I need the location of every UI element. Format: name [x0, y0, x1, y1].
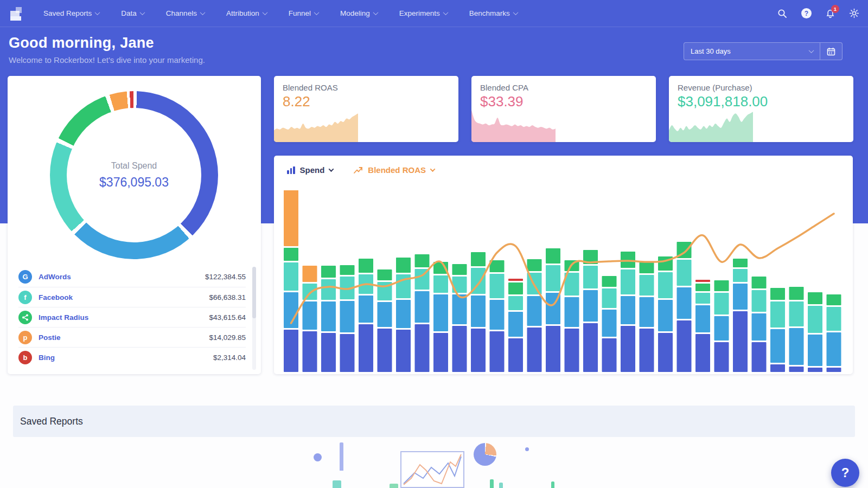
facebook-icon: f [18, 291, 32, 304]
metric-label: Blended ROAS [368, 165, 426, 175]
date-range-control: Last 30 days [684, 42, 843, 60]
total-spend-donut-chart: Total Spend $376,095.03 [50, 91, 218, 259]
chevron-down-icon [329, 166, 334, 172]
nav-item-data[interactable]: Data [121, 9, 144, 17]
nav-item-label: Attribution [226, 9, 259, 17]
kpi-sparkline [274, 108, 358, 142]
chevron-down-icon [443, 10, 448, 15]
spend-chart-card: SpendBlended ROAS [274, 156, 853, 374]
saved-reports-title: Saved Reports [13, 416, 83, 427]
channel-list-scrollbar [252, 267, 256, 370]
channel-name: Facebook [39, 293, 73, 301]
kpi-value: $33.39 [480, 93, 656, 110]
channel-name: AdWords [39, 273, 71, 281]
chevron-down-icon [513, 10, 518, 15]
bing-icon: b [18, 351, 32, 364]
impact-radius-icon [18, 311, 32, 324]
navbar: Saved ReportsDataChannelsAttributionFunn… [0, 0, 868, 27]
channel-spend-value: $2,314.04 [213, 354, 246, 362]
total-spend-label: Total Spend [111, 161, 157, 171]
kpi-value: 8.22 [283, 93, 458, 110]
channel-spend-value: $122,384.55 [205, 273, 246, 281]
rockerbox-logo[interactable] [9, 6, 24, 21]
spend-stacked-bar-chart [283, 190, 844, 372]
kpi-sparkline [471, 108, 556, 142]
notification-badge: 1 [831, 5, 839, 13]
illustration-line-chart-icon [400, 451, 464, 488]
kpi-value: $3,091,818.00 [678, 93, 853, 110]
kpi-sparkline [669, 108, 753, 142]
nav-menu: Saved ReportsDataChannelsAttributionFunn… [43, 9, 518, 17]
bar-chart-icon [287, 166, 295, 174]
page-title: Good morning, Jane [9, 35, 205, 52]
kpi-card-blended-cpa: Blended CPA$33.39 [471, 76, 656, 142]
nav-item-funnel[interactable]: Funnel [289, 9, 318, 17]
nav-item-label: Saved Reports [43, 9, 92, 17]
postie-icon: p [18, 331, 32, 344]
nav-item-saved-reports[interactable]: Saved Reports [43, 9, 99, 17]
settings-gear-icon[interactable] [849, 8, 859, 18]
nav-item-attribution[interactable]: Attribution [226, 9, 267, 17]
greeting-block: Good morning, Jane Welcome to Rockerbox!… [9, 35, 205, 65]
kpi-title: Blended CPA [480, 83, 656, 92]
chevron-down-icon [262, 10, 267, 15]
chevron-down-icon [430, 166, 436, 172]
nav-item-label: Channels [166, 9, 197, 17]
channel-row-adwords[interactable]: GAdWords$122,384.55 [18, 267, 246, 287]
metric-selector-spend[interactable]: Spend [287, 165, 333, 175]
kpi-card-blended-roas: Blended ROAS8.22 [274, 76, 458, 142]
channel-spend-value: $43,615.64 [209, 313, 246, 322]
nav-item-channels[interactable]: Channels [166, 9, 205, 17]
channel-spend-value: $14,029.85 [209, 333, 246, 342]
total-spend-card: Total Spend $376,095.03 GAdWords$122,384… [8, 76, 261, 374]
channel-row-bing[interactable]: bBing$2,314.04 [18, 347, 246, 367]
chart-metric-selectors: SpendBlended ROAS [274, 156, 853, 175]
kpi-title: Blended ROAS [283, 83, 458, 92]
channel-row-impact-radius[interactable]: Impact Radius$43,615.64 [18, 307, 246, 327]
illustration-dot-small [525, 447, 529, 451]
adwords-icon: G [18, 270, 32, 284]
channel-list: GAdWords$122,384.55fFacebook$66,638.31Im… [18, 267, 246, 367]
page-subtitle: Welcome to Rockerbox! Let's dive into yo… [9, 55, 205, 65]
nav-item-experiments[interactable]: Experiments [399, 9, 448, 17]
help-fab-label: ? [841, 465, 850, 480]
date-range-select[interactable]: Last 30 days [684, 42, 820, 60]
nav-item-label: Modeling [340, 9, 370, 17]
scrollbar-thumb[interactable] [252, 267, 256, 318]
search-icon[interactable] [777, 9, 787, 18]
illustration-pie-chart-icon [474, 443, 496, 466]
total-spend-value: $376,095.03 [99, 175, 169, 190]
chevron-down-icon [373, 10, 378, 15]
nav-item-modeling[interactable]: Modeling [340, 9, 378, 17]
trend-line-icon [354, 166, 363, 174]
help-icon[interactable]: ? [801, 8, 812, 18]
channel-name: Bing [39, 354, 55, 362]
kpi-title: Revenue (Purchase) [678, 83, 853, 92]
channel-row-facebook[interactable]: fFacebook$66,638.31 [18, 287, 246, 307]
nav-item-benchmarks[interactable]: Benchmarks [469, 9, 518, 17]
metric-label: Spend [300, 165, 325, 175]
date-range-value: Last 30 days [691, 47, 731, 55]
chevron-down-icon [200, 10, 205, 15]
metric-selector-blended-roas[interactable]: Blended ROAS [354, 165, 435, 175]
chevron-down-icon [139, 10, 145, 15]
channel-name: Postie [39, 333, 61, 342]
saved-reports-illustration [308, 434, 579, 488]
kpi-cards-row: Blended ROAS8.22Blended CPA$33.39Revenue… [274, 76, 853, 142]
nav-item-label: Experiments [399, 9, 440, 17]
channel-name: Impact Radius [39, 313, 88, 322]
kpi-card-revenue-purchase-: Revenue (Purchase)$3,091,818.00 [669, 76, 853, 142]
nav-actions: ? 1 [777, 8, 859, 18]
saved-reports-section-header: Saved Reports [13, 406, 855, 437]
calendar-button[interactable] [820, 42, 843, 60]
chevron-down-icon [95, 10, 100, 15]
nav-item-label: Funnel [289, 9, 311, 17]
help-fab-button[interactable]: ? [831, 459, 859, 487]
notifications-bell-icon[interactable]: 1 [826, 9, 835, 18]
illustration-dot [314, 453, 322, 461]
calendar-icon [827, 47, 835, 56]
nav-item-label: Data [121, 9, 137, 17]
channel-row-postie[interactable]: pPostie$14,029.85 [18, 327, 246, 347]
chevron-down-icon [314, 10, 320, 15]
chevron-down-icon [809, 48, 814, 53]
